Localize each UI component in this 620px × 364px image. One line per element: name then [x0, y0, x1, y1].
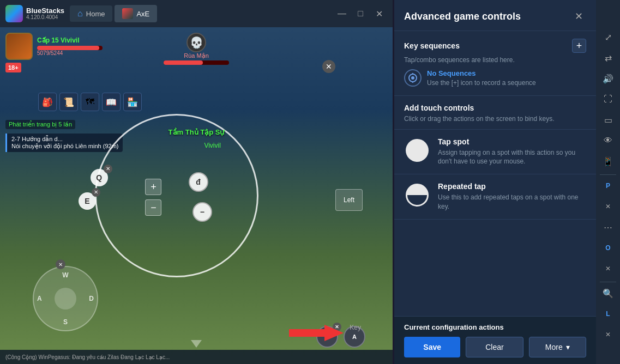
app-version: 4.120.0.4004 — [26, 14, 64, 20]
maximize-button[interactable]: □ — [352, 6, 369, 21]
notification-text: Phát triển trang bị 5 lần — [5, 120, 75, 129]
key-d-wrap: đ — [189, 172, 208, 192]
zoom-in-button[interactable]: + — [145, 179, 161, 195]
key-label: Key — [350, 324, 361, 331]
save-button[interactable]: Save — [404, 337, 460, 357]
minimize-button[interactable]: — — [334, 6, 350, 21]
boss-hp-fill — [164, 60, 203, 65]
item-slot-3[interactable]: 🗺 — [81, 93, 99, 111]
no-sequences: No Sequences Use the [+] icon to record … — [404, 69, 586, 88]
item-slot-5[interactable]: 🏪 — [123, 93, 142, 111]
item-slot-2[interactable]: 📜 — [59, 93, 78, 111]
key-e-wrap: ✕ E — [79, 192, 96, 210]
game-overlay: 18+ Cấp 15 Vivivil 5079/5244 🎒 📜 🗺 📖 🏪 — [0, 27, 393, 364]
key-minus-wrap: − — [192, 202, 212, 222]
tab-home[interactable]: ⌂ Home — [70, 5, 112, 22]
player-info: Cấp 15 Vivivil 5079/5244 — [5, 33, 103, 60]
bottom-actions: Save Clear More ▾ — [404, 337, 586, 357]
repeated-tap-icon-wrap — [404, 182, 430, 208]
red-arrow — [289, 325, 344, 343]
key-sequences-title: Key sequences — [404, 41, 460, 50]
item-slot-4[interactable]: 📖 — [102, 93, 121, 111]
left-button[interactable]: Left — [335, 189, 363, 211]
sidebar-close-o[interactable]: ✕ — [598, 259, 618, 278]
pad-outer[interactable]: ✕ W A S D — [33, 266, 98, 331]
char-id-label: Vivivil — [204, 142, 220, 149]
zoom-controls: + − — [145, 179, 161, 216]
pad-s-label: S — [63, 318, 68, 326]
sidebar-close-p[interactable]: ✕ — [598, 197, 618, 216]
sidebar-fullscreen-icon[interactable]: ⛶ — [598, 89, 618, 109]
pad-w-label: W — [62, 271, 68, 279]
repeated-tap-control[interactable]: Repeated tap Use this to add repeated ta… — [394, 174, 596, 220]
boss-icon: 💀 Rùa Mận — [164, 33, 229, 65]
chat-bar: (Công Cộng) WinPegasus: Đang yêu cầu Zil… — [0, 350, 393, 364]
tap-spot-desc: Assign tapping on a spot with this actio… — [438, 148, 586, 167]
item-bar: 🎒 📜 🗺 📖 🏪 — [38, 93, 142, 111]
sidebar-screen-icon[interactable]: ▭ — [598, 110, 618, 130]
zoom-out-button[interactable]: − — [145, 199, 161, 216]
touch-controls-section: Add touch controls Click or drag the act… — [394, 96, 596, 130]
svg-point-2 — [411, 76, 414, 80]
key-d-button[interactable]: đ — [189, 172, 208, 192]
overlay-close-button[interactable]: ✕ — [322, 60, 335, 73]
repeated-tap-icon — [406, 184, 429, 207]
clear-button[interactable]: Clear — [466, 337, 523, 357]
current-config-label: Current configuration actions — [404, 323, 586, 331]
panel-title: Advanced game controls — [404, 11, 521, 22]
item-slot-1[interactable]: 🎒 — [38, 93, 57, 111]
hp-text: 5079/5244 — [37, 50, 103, 56]
sidebar-l-key[interactable]: L — [598, 304, 618, 324]
center-circle — [95, 114, 258, 277]
controls-list: Tap spot Assign tapping on a spot with t… — [394, 130, 596, 316]
sidebar-volume-icon[interactable]: 🔊 — [598, 69, 618, 88]
quest-panel[interactable]: 2-7 Hướng dẫn d... Nói chuyện với đội ph… — [5, 134, 123, 152]
quest-desc: Nói chuyện với đội phó Liên minh (92m) — [11, 143, 118, 150]
tab-game[interactable]: AxE — [115, 5, 157, 22]
boss-name: Rùa Mận — [184, 52, 209, 59]
tap-spot-icon-wrap — [404, 137, 430, 163]
sidebar-arrows-icon[interactable]: ⇄ — [598, 48, 618, 68]
more-button[interactable]: More ▾ — [529, 337, 586, 357]
key-q-wrap: ✕ Q — [91, 169, 108, 186]
panel-close-button[interactable]: ✕ — [571, 9, 586, 24]
touch-controls-desc: Click or drag the actions on the screen … — [404, 114, 586, 124]
game-icon — [122, 8, 133, 19]
sidebar-divider — [600, 174, 616, 175]
key-e-close[interactable]: ✕ — [92, 188, 100, 197]
pad-a-label: A — [37, 295, 42, 302]
tap-spot-icon — [406, 139, 429, 162]
window-controls: — □ ✕ — [334, 6, 387, 21]
sequence-icon — [404, 69, 422, 87]
sidebar-search-icon[interactable]: 🔍 — [598, 283, 618, 303]
sidebar-divider2 — [600, 282, 616, 282]
tap-spot-control[interactable]: Tap spot Assign tapping on a spot with t… — [394, 130, 596, 175]
boss-hp-bar — [164, 60, 229, 65]
key-minus-button[interactable]: − — [192, 202, 212, 222]
quest-title: 2-7 Hướng dẫn d... — [11, 136, 118, 143]
key-sequences-desc: Tap/combo sequences are listed here. — [404, 56, 586, 64]
bluestacks-logo: BlueStacks 4.120.0.4004 — [5, 5, 64, 22]
sidebar-eye-icon[interactable]: 👁 — [598, 131, 618, 150]
sidebar-expand-icon[interactable]: ⤢ — [598, 27, 618, 47]
bluestacks-icon — [5, 5, 23, 22]
advanced-controls-panel: Advanced game controls ✕ Key sequences +… — [394, 0, 596, 364]
panel-bottom: Current configuration actions Save Clear… — [394, 316, 596, 364]
no-sequences-desc: Use the [+] icon to record a sequence — [427, 78, 536, 88]
sidebar-dots-icon[interactable]: ⋯ — [598, 217, 618, 237]
pad-d-label: D — [89, 295, 94, 302]
sidebar-phone-icon[interactable]: 📱 — [598, 151, 618, 171]
tap-spot-name: Tap spot — [438, 137, 586, 146]
touch-controls-title: Add touch controls — [404, 104, 586, 112]
movement-pad: ✕ W A S D — [33, 266, 98, 331]
hp-bar — [37, 46, 103, 50]
key-q-close[interactable]: ✕ — [104, 165, 112, 173]
sidebar-p-key[interactable]: P — [598, 176, 618, 196]
sidebar-o-key[interactable]: O — [598, 238, 618, 258]
add-sequence-button[interactable]: + — [572, 39, 586, 53]
right-sidebar: ⤢ ⇄ 🔊 ⛶ ▭ 👁 📱 P ✕ ⋯ O ✕ 🔍 L ✕ — [596, 0, 620, 364]
age-badge: 18+ — [5, 63, 21, 72]
window-close-button[interactable]: ✕ — [371, 6, 387, 21]
sidebar-close-l[interactable]: ✕ — [598, 325, 618, 344]
pad-close-button[interactable]: ✕ — [56, 259, 65, 269]
